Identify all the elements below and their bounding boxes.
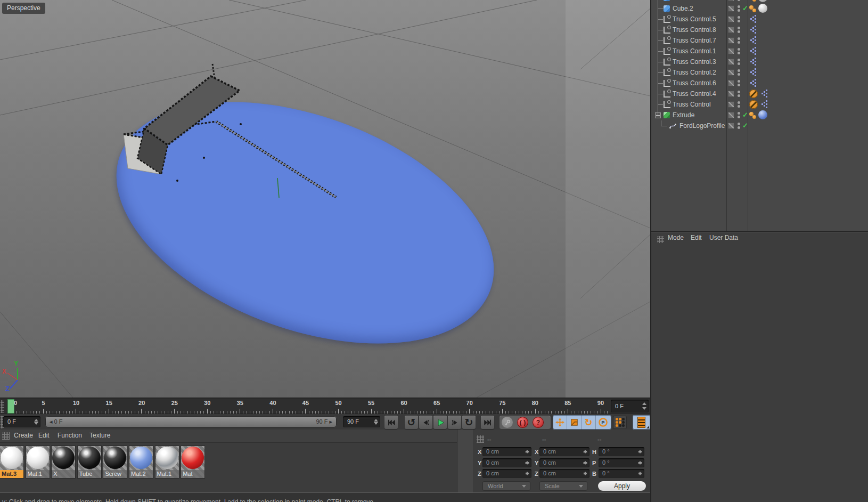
coord-field-position-x[interactable]: 0 cm bbox=[482, 447, 531, 456]
layer-toggle[interactable] bbox=[728, 69, 734, 76]
coord-field-spinner[interactable] bbox=[525, 458, 530, 467]
enabled-checkmark[interactable]: ✓ bbox=[742, 112, 748, 118]
material-thumbnail[interactable]: Tube bbox=[78, 446, 101, 478]
visibility-dots[interactable] bbox=[738, 48, 740, 54]
object-name[interactable]: FordLogoProfile bbox=[679, 122, 725, 129]
coord-field-spinner[interactable] bbox=[583, 447, 588, 456]
object-row-truss-control[interactable]: Truss Control bbox=[651, 99, 868, 110]
coord-field-rotation-b[interactable]: 0 ° bbox=[599, 469, 644, 478]
visibility-dots[interactable] bbox=[738, 0, 740, 1]
xpresso-tag-icon[interactable] bbox=[750, 39, 752, 41]
next-frame-button[interactable] bbox=[448, 416, 461, 429]
object-row-truss-control-6[interactable]: Truss Control.6 bbox=[651, 78, 868, 88]
object-row-cube-2[interactable]: Cube.2✓ bbox=[651, 3, 868, 14]
3d-viewport[interactable]: Perspective X Y Z bbox=[0, 0, 650, 398]
texture-tag-icon[interactable] bbox=[758, 0, 767, 2]
material-thumbnail[interactable]: X bbox=[52, 446, 75, 478]
coord-field-spinner[interactable] bbox=[637, 447, 643, 456]
visibility-dots[interactable] bbox=[738, 16, 740, 22]
key-scale-button[interactable] bbox=[567, 415, 582, 430]
visibility-dots[interactable] bbox=[738, 91, 740, 97]
timeline-ruler[interactable]: 051015202530354045505560657075808590 0 F bbox=[0, 398, 650, 415]
key-pla-button[interactable] bbox=[613, 416, 627, 429]
range-start-spinner[interactable] bbox=[34, 416, 39, 427]
object-row-truss-control-4[interactable]: Truss Control.4 bbox=[651, 88, 868, 99]
object-name[interactable]: Truss Control.8 bbox=[673, 26, 716, 34]
xpresso-tag-icon[interactable] bbox=[750, 61, 752, 62]
range-end-spinner[interactable] bbox=[373, 416, 379, 427]
visibility-dots[interactable] bbox=[738, 5, 740, 12]
object-name[interactable]: Truss Control.4 bbox=[673, 90, 716, 98]
layer-toggle[interactable] bbox=[728, 16, 734, 22]
object-row-truss-control-1[interactable]: Truss Control.1 bbox=[651, 46, 868, 56]
apply-button[interactable]: Apply bbox=[598, 481, 646, 491]
previous-frame-button[interactable] bbox=[419, 416, 432, 429]
object-name[interactable]: Truss Control bbox=[673, 101, 711, 108]
object-name[interactable]: Truss Control.1 bbox=[673, 47, 716, 55]
attribute-menu-mode[interactable]: Mode bbox=[668, 234, 684, 241]
coordinate-space-dropdown[interactable]: World bbox=[482, 481, 530, 491]
object-row-truss-control-5[interactable]: Truss Control.5 bbox=[651, 14, 868, 25]
material-menu-edit[interactable]: Edit bbox=[38, 432, 50, 439]
layer-toggle[interactable] bbox=[728, 112, 734, 118]
object-row-truss-control-2[interactable]: Truss Control.2 bbox=[651, 67, 868, 78]
material-menu-create[interactable]: Create bbox=[14, 432, 33, 439]
keyframe-selection-button[interactable]: ? bbox=[533, 417, 544, 428]
object-name[interactable]: Cube.1 bbox=[673, 0, 693, 2]
object-name[interactable]: Truss Control.3 bbox=[673, 58, 716, 66]
coord-field-spinner[interactable] bbox=[637, 469, 643, 478]
coord-field-rotation-p[interactable]: 0 ° bbox=[599, 458, 644, 467]
visibility-dots[interactable] bbox=[738, 112, 740, 118]
object-name[interactable]: Extrude bbox=[673, 111, 694, 119]
material-menu-texture[interactable]: Texture bbox=[89, 432, 110, 439]
play-forward-button[interactable] bbox=[433, 416, 447, 429]
object-row-truss-control-7[interactable]: Truss Control.7 bbox=[651, 35, 868, 46]
coord-field-size-y[interactable]: 0 cm bbox=[539, 458, 589, 467]
goto-end-button[interactable] bbox=[481, 416, 494, 429]
xpresso-tag-icon[interactable] bbox=[750, 18, 752, 20]
object-name[interactable]: Truss Control.2 bbox=[673, 69, 716, 76]
texture-tag-icon[interactable] bbox=[758, 110, 767, 119]
material-thumbnail[interactable]: Mat bbox=[181, 446, 204, 478]
protection-tag-icon[interactable] bbox=[749, 100, 758, 109]
play-backward-button[interactable]: ↺ bbox=[405, 416, 418, 429]
xpresso-tag-icon[interactable] bbox=[761, 93, 763, 94]
range-start-field[interactable]: 0 F bbox=[3, 416, 40, 427]
coordinate-mode-dropdown[interactable]: Scale bbox=[539, 481, 587, 491]
xpresso-tag-icon[interactable] bbox=[750, 29, 752, 30]
coord-field-spinner[interactable] bbox=[525, 447, 530, 456]
record-key-button[interactable] bbox=[502, 417, 513, 428]
coord-field-spinner[interactable] bbox=[525, 469, 530, 478]
display-tag-icon[interactable] bbox=[749, 111, 757, 119]
range-end-field[interactable]: 90 F bbox=[343, 416, 380, 427]
material-thumbnail[interactable]: Mat.3 bbox=[0, 446, 23, 478]
object-name[interactable]: Cube.2 bbox=[673, 5, 693, 12]
key-position-button[interactable] bbox=[553, 415, 567, 430]
layer-toggle[interactable] bbox=[728, 27, 734, 33]
xpresso-tag-icon[interactable] bbox=[750, 50, 752, 52]
object-row-fordlogoprofile[interactable]: FordLogoProfile✓ bbox=[651, 120, 868, 131]
current-frame-field[interactable]: 0 F bbox=[611, 400, 649, 412]
layer-toggle[interactable] bbox=[728, 59, 734, 65]
key-parameter-button[interactable]: P bbox=[596, 415, 610, 430]
attribute-manager-handle[interactable] bbox=[657, 236, 664, 243]
goto-start-button[interactable] bbox=[384, 416, 398, 429]
layer-toggle[interactable] bbox=[728, 91, 734, 97]
visibility-dots[interactable] bbox=[738, 27, 740, 33]
object-row-extrude[interactable]: Extrude✓ bbox=[651, 110, 868, 120]
coord-field-size-x[interactable]: 0 cm bbox=[539, 447, 589, 456]
attribute-menu-edit[interactable]: Edit bbox=[691, 234, 702, 241]
timeline-window-button[interactable] bbox=[633, 415, 650, 430]
material-manager-handle[interactable] bbox=[2, 432, 10, 440]
texture-tag-icon[interactable] bbox=[758, 4, 767, 13]
visibility-dots[interactable] bbox=[738, 101, 740, 108]
object-name[interactable]: Truss Control.5 bbox=[673, 15, 716, 23]
key-rotation-button[interactable]: ↻ bbox=[582, 415, 596, 430]
panel-splitter[interactable] bbox=[457, 430, 474, 502]
visibility-dots[interactable] bbox=[738, 69, 740, 76]
coord-field-position-y[interactable]: 0 cm bbox=[482, 458, 531, 467]
layer-toggle[interactable] bbox=[728, 5, 734, 12]
material-menu-function[interactable]: Function bbox=[58, 432, 82, 439]
autokey-toggle-button[interactable]: ( ) bbox=[517, 417, 528, 428]
coord-field-size-z[interactable]: 0 cm bbox=[539, 469, 589, 478]
